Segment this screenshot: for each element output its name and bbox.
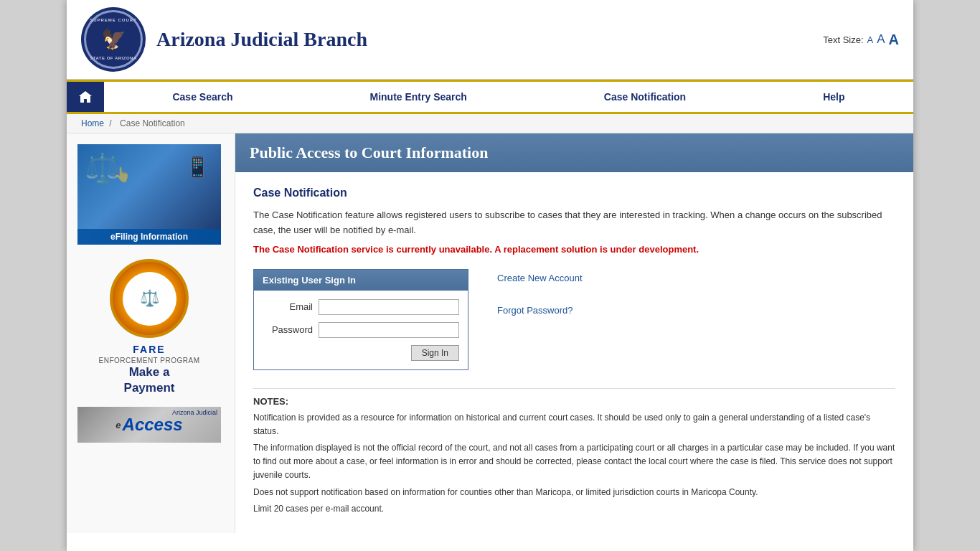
section-title: Case Notification: [253, 187, 895, 199]
side-links: Create New Account Forgot Password?: [497, 269, 583, 316]
email-row: Email: [263, 299, 459, 315]
content-inner: Case Notification The Case Notification …: [235, 172, 913, 533]
notes-title: NOTES:: [253, 396, 895, 407]
page-banner-title: Public Access to Court Information: [250, 143, 488, 161]
note-1: Notification is provided as a resource f…: [253, 411, 895, 438]
text-size-controls: Text Size: A A A: [823, 32, 899, 48]
page-banner: Public Access to Court Information: [235, 133, 913, 172]
nav-item-help[interactable]: Help: [801, 84, 866, 110]
home-icon: [78, 90, 93, 104]
text-size-medium-button[interactable]: A: [877, 32, 885, 47]
fare-box[interactable]: ⚖️ FARE ENFORCEMENT PROGRAM Make a Payme…: [77, 259, 221, 396]
signin-body: Email Password Sign In: [254, 291, 468, 369]
nav-item-minute-entry[interactable]: Minute Entry Search: [348, 84, 488, 110]
logo-text-top: SUPREME COURT: [90, 18, 137, 23]
efiling-banner[interactable]: ⚖️ 📱 👆 eFiling Information: [77, 144, 221, 245]
make-payment-title: Make a Payment: [77, 364, 221, 396]
efile-cursor-icon: 👆: [113, 166, 131, 183]
efile-icon: 📱: [185, 155, 210, 179]
breadcrumb: Home / Case Notification: [67, 114, 913, 133]
main-content: ⚖️ 📱 👆 eFiling Information ⚖️ FARE ENFOR…: [67, 133, 913, 533]
signin-header: Existing User Sign In: [254, 270, 468, 291]
notes-section: NOTES: Notification is provided as a res…: [253, 388, 895, 516]
fare-label: FARE: [77, 344, 221, 355]
nav-item-case-notification[interactable]: Case Notification: [583, 84, 707, 110]
fare-circle: ⚖️: [110, 259, 189, 338]
description-text-1: The Case Notification feature allows reg…: [253, 208, 895, 238]
fare-subtitle: ENFORCEMENT PROGRAM: [77, 357, 221, 364]
signin-button[interactable]: Sign In: [411, 345, 459, 361]
note-4: Limit 20 cases per e-mail account.: [253, 502, 895, 516]
site-title: Arizona Judicial Branch: [156, 28, 367, 51]
fare-scales-icon: ⚖️: [140, 289, 159, 308]
breadcrumb-home[interactable]: Home: [81, 118, 104, 128]
signin-area: Existing User Sign In Email Password: [253, 269, 895, 370]
text-size-label: Text Size:: [823, 34, 863, 45]
eaccess-e-icon: e: [116, 420, 121, 430]
create-account-link[interactable]: Create New Account: [497, 273, 583, 283]
email-label: Email: [263, 301, 313, 312]
eaccess-box[interactable]: Arizona Judicial e Access: [77, 407, 221, 443]
eaccess-label: Access: [123, 415, 183, 435]
nav-items: Case Search Minute Entry Search Case Not…: [104, 84, 913, 110]
password-row: Password: [263, 322, 459, 338]
eaccess-script: Access: [123, 415, 183, 434]
unavailable-notice: The Case Notification service is current…: [253, 244, 895, 255]
forgot-password-link[interactable]: Forgot Password?: [497, 305, 583, 316]
breadcrumb-current: Case Notification: [120, 118, 185, 128]
password-input[interactable]: [319, 322, 459, 338]
signin-box: Existing User Sign In Email Password: [253, 269, 468, 370]
nav-bar: Case Search Minute Entry Search Case Not…: [67, 80, 913, 114]
password-label: Password: [263, 324, 313, 335]
site-logo: 🦅 SUPREME COURT STATE OF ARIZONA: [81, 7, 146, 72]
text-size-small-button[interactable]: A: [867, 34, 874, 45]
sidebar: ⚖️ 📱 👆 eFiling Information ⚖️ FARE ENFOR…: [67, 133, 235, 533]
email-input[interactable]: [319, 299, 459, 315]
note-2: The information displayed is not the off…: [253, 441, 895, 483]
breadcrumb-separator: /: [109, 118, 111, 128]
efiling-label: eFiling Information: [77, 229, 221, 245]
signin-btn-row: Sign In: [263, 345, 459, 361]
text-size-large-button[interactable]: A: [889, 32, 899, 48]
content-area: Public Access to Court Information Case …: [235, 133, 913, 533]
nav-item-case-search[interactable]: Case Search: [151, 84, 254, 110]
header: 🦅 SUPREME COURT STATE OF ARIZONA Arizona…: [67, 0, 913, 80]
eaccess-az-label: Arizona Judicial: [172, 409, 217, 416]
nav-home-button[interactable]: [67, 82, 104, 112]
note-3: Does not support notification based on i…: [253, 486, 895, 499]
header-left: 🦅 SUPREME COURT STATE OF ARIZONA Arizona…: [81, 7, 367, 72]
logo-text-bottom: STATE OF ARIZONA: [90, 56, 137, 61]
